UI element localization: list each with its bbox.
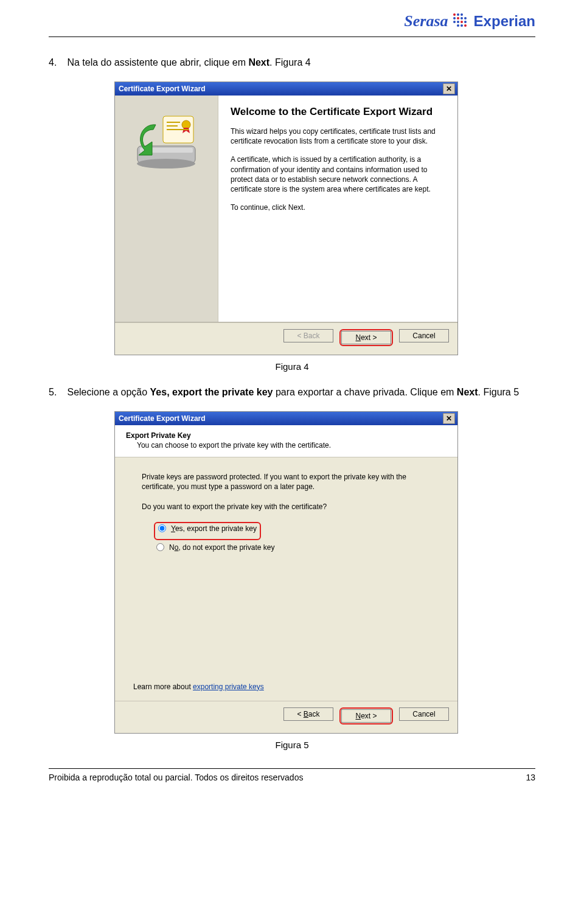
svg-point-2	[461, 13, 463, 16]
radio-yes-label[interactable]: Yes, export the private key	[171, 524, 257, 533]
radio-no-label[interactable]: No, do not export the private key	[169, 543, 274, 552]
certificate-graphic-icon	[131, 113, 201, 173]
svg-point-8	[457, 21, 459, 23]
step-number: 5.	[49, 385, 64, 400]
page-footer: Proibida a reprodução total ou parcial. …	[49, 768, 535, 782]
back-button[interactable]: < Back	[283, 329, 333, 342]
svg-point-10	[464, 21, 467, 23]
next-button[interactable]: Next >	[341, 709, 391, 723]
wizard-1-sidebar	[115, 96, 218, 322]
highlight-next-button: Next >	[339, 707, 393, 724]
wizard-1-para-1: This wizard helps you copy certificates,…	[231, 127, 445, 146]
svg-point-0	[453, 13, 456, 16]
svg-point-7	[453, 21, 456, 23]
header-divider	[49, 36, 535, 37]
wizard-1-window: Certificate Export Wizard ✕	[114, 82, 458, 355]
step-5-text: 5. Selecione a opção Yes, export the pri…	[49, 385, 535, 400]
logo-serasa-text: Serasa	[404, 12, 448, 30]
svg-point-4	[457, 17, 459, 19]
wizard-1-title: Certificate Export Wizard	[119, 85, 206, 93]
highlight-next-button: Next >	[339, 329, 393, 346]
cancel-button[interactable]: Cancel	[399, 707, 449, 721]
svg-point-16	[137, 159, 195, 168]
wizard-2-titlebar[interactable]: Certificate Export Wizard ✕	[115, 412, 457, 425]
wizard-2-header-panel: Export Private Key You can choose to exp…	[115, 425, 457, 457]
svg-point-3	[453, 17, 456, 19]
svg-point-11	[457, 24, 459, 27]
learn-more: Learn more about exporting private keys	[133, 683, 264, 691]
brand-logo: Serasa Experian	[49, 12, 535, 36]
svg-point-13	[464, 24, 467, 27]
footer-text: Proibida a reprodução total ou parcial. …	[49, 773, 303, 782]
wizard-1-para-2: A certificate, which is issued by a cert…	[231, 155, 445, 194]
svg-point-5	[461, 17, 463, 19]
step-number: 4.	[49, 55, 64, 71]
logo-experian-text: Experian	[474, 13, 535, 30]
learn-more-link[interactable]: exporting private keys	[193, 683, 264, 691]
wizard-1-footer: < Back Next > Cancel	[115, 322, 457, 355]
wizard-2-para-1: Private keys are password protected. If …	[142, 472, 439, 493]
back-button[interactable]: < Back	[283, 707, 333, 721]
radio-no-export[interactable]	[156, 543, 164, 551]
close-icon[interactable]: ✕	[443, 83, 455, 94]
wizard-2-header-sub: You can choose to export the private key…	[137, 441, 447, 450]
caption-figura-5: Figura 5	[49, 740, 535, 750]
cancel-button[interactable]: Cancel	[399, 329, 449, 342]
wizard-1-para-3: To continue, click Next.	[231, 203, 445, 212]
caption-figura-4: Figura 4	[49, 361, 535, 372]
wizard-2-title: Certificate Export Wizard	[119, 414, 206, 423]
page-number: 13	[526, 773, 535, 782]
svg-point-18	[182, 120, 190, 129]
wizard-1-titlebar[interactable]: Certificate Export Wizard ✕	[115, 82, 457, 96]
wizard-2-header-title: Export Private Key	[126, 431, 447, 440]
wizard-1-heading: Welcome to the Certificate Export Wizard	[231, 105, 445, 118]
svg-point-12	[461, 24, 463, 27]
svg-point-9	[461, 21, 463, 23]
wizard-2-window: Certificate Export Wizard ✕ Export Priva…	[114, 411, 458, 734]
next-button[interactable]: Next >	[341, 331, 391, 344]
highlight-yes-option: Yes, export the private key	[154, 522, 261, 540]
svg-point-1	[457, 13, 459, 16]
logo-dots-icon	[452, 12, 470, 30]
wizard-2-footer: < Back Next > Cancel	[115, 701, 457, 733]
close-icon[interactable]: ✕	[443, 413, 455, 424]
step-4-text: 4. Na tela do assistente que abrir, cliq…	[49, 55, 535, 71]
wizard-2-para-2: Do you want to export the private key wi…	[142, 502, 439, 512]
radio-yes-export[interactable]	[158, 524, 166, 532]
svg-point-6	[464, 17, 467, 19]
